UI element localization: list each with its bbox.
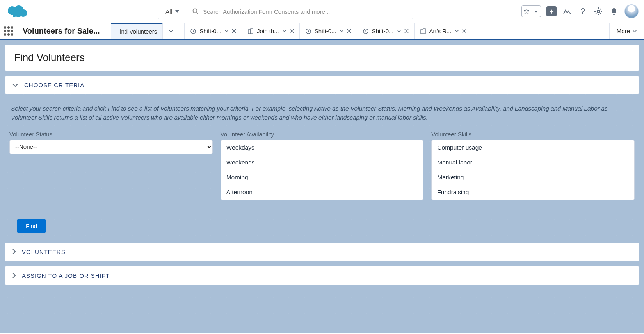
more-label: More (617, 28, 630, 34)
search-scope-label: All (165, 8, 172, 15)
help-icon[interactable]: ? (578, 6, 588, 16)
gear-icon[interactable] (593, 6, 603, 16)
svg-rect-14 (251, 29, 253, 34)
clock-icon (363, 28, 369, 34)
app-name: Volunteers for Sale... (17, 23, 111, 39)
tab-label: Join th... (257, 28, 279, 34)
page-header: Find Volunteers (5, 45, 639, 71)
tab-shift-2[interactable]: Shift-0... (300, 23, 357, 39)
chevron-down-icon[interactable] (455, 30, 459, 32)
availability-listbox[interactable]: Weekdays Weekends Morning Afternoon (221, 140, 424, 200)
skills-listbox[interactable]: Computer usage Manual labor Marketing Fu… (431, 140, 635, 200)
global-search[interactable] (187, 4, 413, 19)
status-select[interactable]: --None-- (9, 140, 213, 154)
svg-rect-17 (421, 30, 423, 34)
field-volunteer-availability: Volunteer Availability Weekdays Weekends… (221, 131, 424, 200)
app-launcher-button[interactable] (0, 23, 17, 39)
salesforce-logo (5, 4, 29, 19)
skills-option[interactable]: Manual labor (432, 155, 634, 170)
chevron-down-icon[interactable] (282, 30, 286, 32)
close-icon[interactable] (290, 29, 294, 33)
add-icon[interactable]: ＋ (546, 6, 557, 16)
skills-option[interactable]: Fundraising (432, 185, 634, 200)
chevron-down-icon (632, 30, 637, 32)
tab-arts-r[interactable]: Art's R... (415, 23, 472, 39)
find-button[interactable]: Find (17, 219, 46, 233)
search-input[interactable] (203, 8, 407, 15)
tab-join-the[interactable]: Join th... (242, 23, 300, 39)
status-label: Volunteer Status (9, 131, 213, 138)
chevron-down-icon[interactable] (397, 30, 401, 32)
trailhead-icon[interactable] (562, 6, 572, 16)
caret-down-icon (175, 10, 179, 13)
page-title: Find Volunteers (14, 52, 630, 64)
close-icon[interactable] (347, 29, 351, 33)
global-header: All ＋ ? (0, 0, 644, 23)
svg-rect-18 (423, 29, 425, 34)
header-utility-icons: ＋ ? (521, 4, 639, 18)
availability-option[interactable]: Morning (221, 170, 423, 185)
section-header-volunteers[interactable]: VOLUNTEERS (5, 243, 639, 261)
section-title: ASSIGN TO A JOB OR SHIFT (22, 272, 110, 279)
availability-option[interactable]: Weekends (221, 155, 423, 170)
bell-icon[interactable] (609, 6, 619, 16)
svg-line-8 (600, 13, 601, 14)
close-icon[interactable] (232, 29, 236, 33)
chevron-down-icon[interactable] (340, 30, 344, 32)
availability-label: Volunteer Availability (221, 131, 424, 138)
clock-icon (305, 28, 311, 34)
building-icon (247, 28, 254, 34)
svg-point-2 (597, 10, 600, 13)
section-volunteers: VOLUNTEERS (5, 243, 639, 261)
tab-find-volunteers-menu[interactable] (163, 23, 185, 39)
svg-line-9 (600, 9, 601, 9)
chevron-right-icon (12, 273, 16, 278)
tab-label: Shift-0... (199, 28, 221, 34)
page-body: Find Volunteers CHOOSE CRITERIA Select y… (0, 40, 644, 333)
clock-icon (190, 28, 196, 34)
star-icon[interactable] (522, 6, 531, 17)
waffle-icon (4, 26, 13, 36)
availability-option[interactable]: Afternoon (221, 185, 423, 200)
section-assign: ASSIGN TO A JOB OR SHIFT (5, 266, 639, 285)
skills-option[interactable]: Marketing (432, 170, 634, 185)
skills-option[interactable]: Computer usage (432, 140, 634, 155)
criteria-body: Select your search criteria and click Fi… (5, 99, 639, 243)
tab-shift-3[interactable]: Shift-0... (357, 23, 415, 39)
close-icon[interactable] (404, 29, 409, 33)
field-volunteer-skills: Volunteer Skills Computer usage Manual l… (431, 131, 635, 200)
section-title: CHOOSE CRITERIA (24, 82, 84, 88)
section-title: VOLUNTEERS (22, 248, 66, 255)
tab-label: Find Volunteers (116, 28, 157, 35)
criteria-help-text: Select your search criteria and click Fi… (9, 102, 635, 129)
tab-label: Shift-0... (315, 28, 336, 34)
tab-shift-1[interactable]: Shift-0... (185, 23, 242, 39)
chevron-down-icon (169, 30, 173, 32)
tab-find-volunteers[interactable]: Find Volunteers (111, 23, 163, 39)
avatar[interactable] (624, 4, 639, 18)
search-scope-button[interactable]: All (158, 4, 187, 19)
section-choose-criteria: CHOOSE CRITERIA (5, 76, 639, 94)
search-icon (192, 8, 198, 14)
building-icon (420, 28, 426, 34)
chevron-right-icon (12, 249, 16, 254)
svg-line-7 (596, 9, 596, 9)
svg-line-1 (197, 13, 198, 14)
chevron-down-icon (12, 84, 18, 87)
svg-point-11 (613, 14, 615, 15)
section-header-choose-criteria[interactable]: CHOOSE CRITERIA (5, 76, 639, 94)
tab-label: Art's R... (429, 28, 452, 34)
chevron-down-icon[interactable] (224, 30, 229, 32)
section-header-assign[interactable]: ASSIGN TO A JOB OR SHIFT (5, 266, 639, 285)
tab-label: Shift-0... (372, 28, 394, 34)
favorites-group[interactable] (521, 5, 541, 17)
svg-point-0 (193, 9, 197, 13)
field-volunteer-status: Volunteer Status --None-- (9, 131, 213, 200)
availability-option[interactable]: Weekdays (221, 140, 423, 155)
nav-bar: Volunteers for Sale... Find Volunteers S… (0, 23, 644, 40)
tab-more[interactable]: More (609, 23, 644, 39)
close-icon[interactable] (462, 29, 466, 33)
caret-down-icon[interactable] (531, 6, 541, 17)
svg-line-10 (596, 13, 596, 14)
svg-rect-13 (248, 30, 251, 34)
